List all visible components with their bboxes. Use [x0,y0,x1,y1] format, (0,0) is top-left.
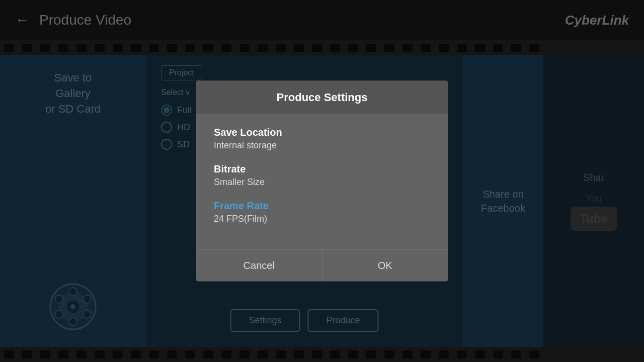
dialog-header: Produce Settings [196,81,448,114]
frame-rate-label: Frame Rate [214,200,430,212]
produce-settings-dialog: Produce Settings Save Location Internal … [196,81,448,282]
ok-button[interactable]: OK [323,250,448,282]
save-location-value: Internal storage [214,140,430,151]
dialog-body: Save Location Internal storage Bitrate S… [196,114,448,249]
frame-rate-value: 24 FPS(Film) [214,214,430,224]
bitrate-value: Smaller Size [214,177,430,188]
dialog-title: Produce Settings [206,91,438,104]
save-location-label: Save Location [214,127,430,138]
setting-save-location[interactable]: Save Location Internal storage [214,127,430,151]
setting-frame-rate[interactable]: Frame Rate 24 FPS(Film) [214,200,430,224]
cancel-button[interactable]: Cancel [196,250,323,282]
bitrate-label: Bitrate [214,163,430,175]
setting-bitrate[interactable]: Bitrate Smaller Size [214,163,430,188]
dialog-footer: Cancel OK [196,249,448,282]
